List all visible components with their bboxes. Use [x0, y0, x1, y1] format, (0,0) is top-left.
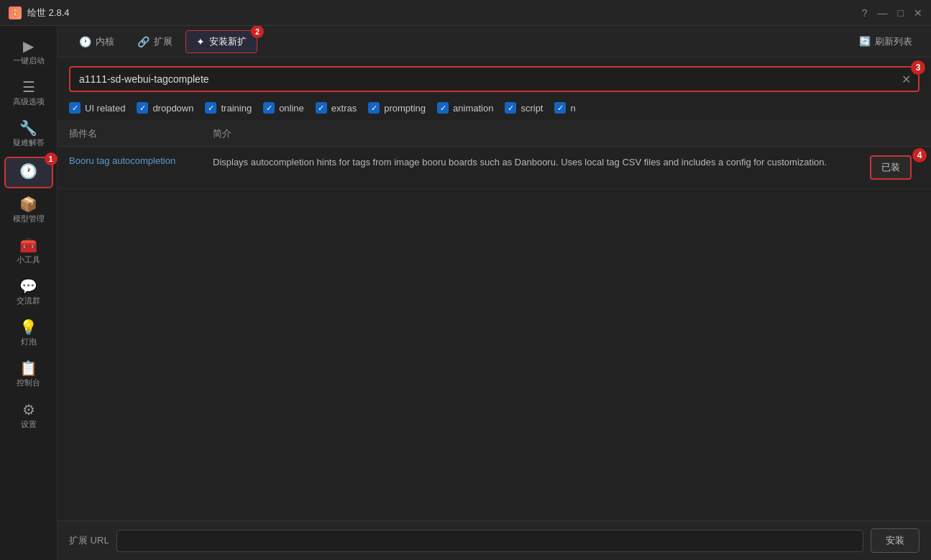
chat-icon: 💬	[19, 279, 37, 293]
filter-script-label: script	[520, 103, 543, 114]
tab-bar: 🕐 内核 🔗 扩展 ✦ 安装新扩 2 🔄 刷新列表	[58, 26, 931, 58]
filter-training[interactable]: training	[205, 102, 252, 114]
cell-plugin-name: Booru tag autocompletion	[69, 155, 213, 166]
sidebar-label-troubleshoot: 疑难解答	[13, 138, 45, 147]
filter-script[interactable]: script	[505, 102, 543, 114]
sidebar-label-model: 模型管理	[13, 214, 45, 224]
refresh-label: 刷新列表	[875, 35, 912, 48]
tab-install-new-label: 安装新扩	[209, 35, 247, 48]
core-icon: 🕐	[79, 36, 91, 47]
extensions-icon: 🔗	[137, 36, 150, 47]
app-title: 绘世 2.8.4	[27, 6, 70, 19]
search-area: ✕ 3	[58, 58, 931, 98]
sidebar: ▶ 一键启动 ☰ 高级选项 🔧 疑难解答 🕐 1 📦 模型管理 🧰 小工具 💬 …	[0, 26, 58, 560]
search-input[interactable]	[70, 68, 918, 91]
checkbox-training[interactable]	[205, 102, 216, 114]
history-icon: 🕐	[19, 164, 37, 178]
refresh-button[interactable]: 🔄 刷新列表	[852, 32, 919, 52]
clear-search-button[interactable]: ✕	[902, 73, 911, 86]
filter-ui-related[interactable]: UI related	[69, 102, 125, 114]
sidebar-item-lightbulb[interactable]: 💡 灯泡	[4, 314, 53, 352]
tab-core[interactable]: 🕐 内核	[69, 31, 124, 52]
help-button[interactable]: ?	[862, 7, 868, 19]
play-icon: ▶	[23, 39, 34, 53]
console-icon: 📋	[19, 361, 37, 375]
cell-plugin-action: 已装 4	[862, 155, 919, 180]
bottom-bar: 扩展 URL 安装	[58, 520, 931, 560]
content-area: 🕐 内核 🔗 扩展 ✦ 安装新扩 2 🔄 刷新列表 ✕ 3	[58, 26, 931, 560]
list-icon: ☰	[22, 80, 35, 94]
checkbox-dropdown[interactable]	[137, 102, 148, 114]
refresh-icon: 🔄	[859, 36, 871, 47]
url-input[interactable]	[116, 530, 863, 552]
sidebar-item-model[interactable]: 📦 模型管理	[4, 191, 53, 229]
table-body: Booru tag autocompletion Displays autoco…	[58, 147, 931, 520]
url-label: 扩展 URL	[69, 534, 109, 547]
filter-extras[interactable]: extras	[316, 102, 357, 114]
plugin-name-link[interactable]: Booru tag autocompletion	[69, 155, 175, 166]
tab-core-label: 内核	[96, 35, 114, 48]
tab-badge: 2	[251, 26, 264, 38]
sidebar-item-quick-start[interactable]: ▶ 一键启动	[4, 33, 53, 71]
filter-prompting[interactable]: prompting	[368, 102, 426, 114]
sidebar-item-community[interactable]: 💬 交流群	[4, 273, 53, 311]
tab-install-new[interactable]: ✦ 安装新扩 2	[185, 30, 257, 53]
sidebar-label-console: 控制台	[17, 378, 40, 387]
window-controls[interactable]: ? — □ ✕	[862, 7, 922, 19]
cell-plugin-desc: Displays autocompletion hints for tags f…	[213, 155, 862, 170]
toolbox-icon: 🧰	[19, 238, 37, 252]
sidebar-item-settings[interactable]: ⚙ 设置	[4, 397, 53, 435]
minimize-button[interactable]: —	[878, 7, 888, 19]
filter-n[interactable]: n	[554, 102, 575, 114]
col-header-desc: 简介	[213, 127, 919, 140]
filter-training-label: training	[221, 103, 252, 114]
filter-animation-label: animation	[453, 103, 493, 114]
checkbox-prompting[interactable]	[368, 102, 380, 114]
install-icon: ✦	[196, 36, 205, 47]
lightbulb-icon: 💡	[19, 320, 37, 334]
sidebar-label-tools: 小工具	[17, 255, 40, 265]
gear-icon: ⚙	[22, 403, 35, 417]
checkbox-n[interactable]	[554, 102, 566, 114]
checkbox-extras[interactable]	[316, 102, 327, 114]
title-bar-left: 🎨 绘世 2.8.4	[9, 6, 70, 19]
install-button[interactable]: 安装	[871, 528, 919, 553]
table-row: Booru tag autocompletion Displays autoco…	[58, 147, 931, 189]
sidebar-item-advanced[interactable]: ☰ 高级选项	[4, 74, 53, 112]
action-badge: 4	[912, 148, 927, 162]
filter-online[interactable]: online	[263, 102, 304, 114]
sidebar-history-badge: 1	[45, 152, 58, 165]
filter-extras-label: extras	[331, 103, 357, 114]
search-wrapper: ✕ 3	[69, 66, 919, 92]
box-icon: 📦	[19, 197, 37, 211]
sidebar-item-tools[interactable]: 🧰 小工具	[4, 232, 53, 270]
sidebar-label-lightbulb: 灯泡	[21, 337, 37, 346]
title-bar: 🎨 绘世 2.8.4 ? — □ ✕	[0, 0, 931, 26]
wrench-icon: 🔧	[19, 121, 37, 135]
filter-animation[interactable]: animation	[437, 102, 493, 114]
maximize-button[interactable]: □	[898, 7, 904, 19]
filter-online-label: online	[279, 103, 304, 114]
tab-extensions-label: 扩展	[154, 35, 173, 48]
filter-ui-related-label: UI related	[85, 103, 125, 114]
sidebar-item-history[interactable]: 🕐 1	[4, 157, 53, 188]
checkbox-animation[interactable]	[437, 102, 449, 114]
close-button[interactable]: ✕	[914, 7, 922, 19]
sidebar-label-settings: 设置	[21, 420, 37, 429]
checkbox-ui-related[interactable]	[69, 102, 81, 114]
sidebar-label-community: 交流群	[17, 296, 40, 306]
filter-n-label: n	[570, 103, 575, 114]
tab-extensions[interactable]: 🔗 扩展	[127, 31, 183, 52]
sidebar-label-quick-start: 一键启动	[13, 56, 45, 65]
filter-dropdown-label: dropdown	[152, 103, 193, 114]
app-icon: 🎨	[9, 6, 22, 19]
filter-dropdown[interactable]: dropdown	[137, 102, 193, 114]
checkbox-online[interactable]	[263, 102, 275, 114]
sidebar-item-troubleshoot[interactable]: 🔧 疑难解答	[4, 115, 53, 153]
installed-button[interactable]: 已装	[870, 155, 912, 180]
checkbox-script[interactable]	[505, 102, 516, 114]
table-header: 插件名 简介	[58, 121, 931, 147]
sidebar-item-console[interactable]: 📋 控制台	[4, 355, 53, 393]
filter-area: UI related dropdown training online extr…	[58, 98, 931, 121]
search-badge: 3	[911, 60, 925, 75]
